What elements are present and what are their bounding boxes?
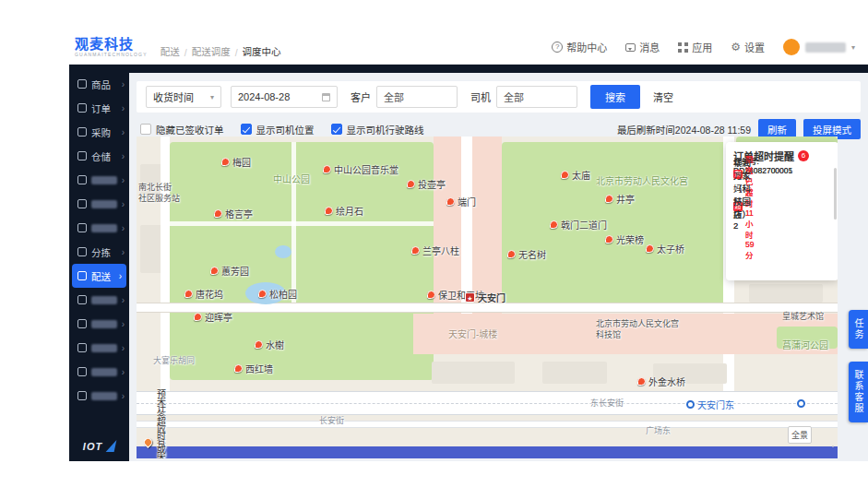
map-poi-area: 天安门-城楼: [448, 327, 497, 340]
map-label-text: 兰亭八柱: [422, 244, 459, 257]
menu-icon: [77, 247, 87, 256]
map-poi-marker[interactable]: 松柏园: [258, 287, 297, 301]
apps-link[interactable]: 应用: [678, 40, 712, 54]
sidebar-item-12-redacted[interactable]: ›: [69, 360, 129, 384]
settings-link[interactable]: ⚙ 设置: [731, 40, 765, 54]
map-poi-marker[interactable]: 格言亭: [214, 207, 253, 220]
map-canvas[interactable]: 梅园中山公园中山公园音乐堂投壶亭南北长街 社区服务站格言亭绘月石端门太庙北京市劳…: [137, 137, 838, 458]
customer-input[interactable]: 全部: [376, 86, 458, 108]
help-center-link[interactable]: ? 帮助中心: [552, 40, 607, 54]
map-poi-marker[interactable]: 迎晖亭: [194, 310, 232, 324]
map-label-text: 唐花坞: [196, 287, 223, 301]
sidebar-item-label: 采购: [91, 125, 111, 139]
calendar-icon: [322, 93, 330, 101]
menu-icon: [77, 223, 87, 232]
sidebar-item-2[interactable]: 采购›: [69, 120, 129, 144]
breadcrumb-item-1[interactable]: 配送调度: [192, 44, 231, 58]
show-driver-route-checkbox[interactable]: 显示司机行驶路线: [331, 123, 424, 137]
map-poi-badge[interactable]: ★天安门: [465, 291, 505, 304]
panorama-button[interactable]: 全景: [788, 426, 812, 444]
chevron-right-icon: ›: [122, 175, 125, 185]
legend-item-2: 预计超时或已超时: [144, 386, 166, 458]
show-driver-position-checkbox[interactable]: 显示司机位置: [241, 123, 315, 137]
map-poi-marker[interactable]: 太庙: [561, 168, 590, 182]
map-poi-metroicon[interactable]: [797, 399, 805, 408]
map-poi-marker[interactable]: 井亭: [605, 192, 635, 206]
map-poi-park: 北京市劳动人民文化宫: [596, 173, 688, 187]
sidebar-item-5-redacted[interactable]: ›: [69, 192, 129, 216]
menu-icon: [77, 175, 87, 184]
driver-input[interactable]: 全部: [496, 86, 577, 108]
brand-logo: 观麦科技 GUANMAITECHNOLOGY: [75, 37, 148, 57]
map-poi-road: 广场东: [646, 424, 671, 436]
poi-pin-icon: [550, 220, 558, 229]
sidebar-item-4-redacted[interactable]: ›: [69, 168, 129, 192]
map-label-text: 北京市劳动人民文化宫: [596, 173, 688, 187]
map-label-text: 东长安街: [590, 397, 624, 409]
menu-icon: [77, 295, 87, 304]
poi-pin-icon: [210, 267, 219, 275]
sidebar-item-13-redacted[interactable]: ›: [69, 384, 129, 408]
sidebar-item-0[interactable]: 商品›: [69, 72, 129, 96]
sidebar-item-6-redacted[interactable]: ›: [69, 216, 129, 240]
overdue-count-badge: 6: [798, 150, 809, 161]
map-poi-marker[interactable]: 绘月石: [325, 204, 363, 218]
map-label-text: 北京市劳动人民文化宫 科技馆: [596, 319, 679, 340]
panel-scrollbar[interactable]: [834, 168, 837, 220]
sidebar-item-9-redacted[interactable]: ›: [69, 288, 129, 312]
map-label-text: 天安门-城楼: [448, 327, 497, 340]
sidebar-item-1[interactable]: 订单›: [69, 96, 129, 120]
map-label-text: 中山公园: [273, 172, 310, 185]
chevron-right-icon: ›: [122, 247, 125, 257]
map-poi-marker[interactable]: 蕙芳园: [210, 264, 249, 278]
map-poi-marker[interactable]: 光荣榜: [605, 232, 644, 246]
chevron-right-icon: ›: [122, 103, 125, 113]
map-poi-marker[interactable]: 兰亭八柱: [411, 244, 459, 257]
clear-button[interactable]: 清空: [653, 89, 673, 104]
map-poi-marker[interactable]: 太子桥: [646, 242, 684, 255]
map-label-text: 南北长街 社区服务站: [138, 183, 180, 204]
hide-signed-checkbox[interactable]: 隐藏已签收订单: [140, 123, 224, 137]
map-label-text: 格言亭: [225, 207, 253, 220]
map-poi-marker[interactable]: 水榭: [255, 338, 284, 351]
sidebar-item-label: [91, 296, 117, 304]
map-poi-marker[interactable]: 外金水桥: [637, 374, 685, 388]
map-label-text: 西红墙: [245, 362, 273, 375]
map-label-text: 绘月石: [336, 204, 363, 218]
avatar: [783, 39, 800, 55]
chevron-right-icon: ›: [122, 391, 125, 401]
user-menu[interactable]: ▾: [783, 39, 855, 55]
customer-value: 全部: [384, 89, 404, 104]
breadcrumb-item-0[interactable]: 配送: [161, 44, 180, 58]
map-label-text: 井亭: [616, 192, 635, 206]
sidebar-item-10-redacted[interactable]: ›: [69, 312, 129, 336]
poi-pin-icon: [325, 207, 333, 215]
map-poi-marker[interactable]: 中山公园音乐堂: [323, 162, 398, 176]
sidebar-item-8[interactable]: 配送›: [72, 264, 126, 288]
map-poi-marker[interactable]: 唐花坞: [184, 287, 223, 301]
map-poi-marker[interactable]: 无名树: [507, 247, 546, 261]
messages-link[interactable]: 消息: [625, 40, 660, 54]
chevron-right-icon: ›: [122, 367, 125, 377]
sidebar-item-label: [91, 344, 117, 352]
search-button[interactable]: 搜索: [590, 85, 640, 109]
map-poi-marker[interactable]: 投壶亭: [407, 177, 446, 191]
map-poi-marker[interactable]: 端门: [446, 195, 476, 208]
side-tab-1[interactable]: 联系客服: [849, 362, 868, 422]
order-customer-name: 华润万家（科技园店）2: [733, 156, 751, 231]
map-label-text: 太庙: [572, 168, 590, 182]
map-poi-marker[interactable]: 西红墙: [234, 362, 273, 375]
map-poi-marker[interactable]: 戟门二道门: [550, 218, 607, 232]
breadcrumb-item-2: 调度中心: [243, 44, 281, 58]
map-label-text: 长安街: [319, 414, 344, 426]
side-tab-0[interactable]: 任务: [849, 310, 868, 349]
poi-pin-icon: [407, 180, 415, 188]
map-label-text: 梅园: [232, 155, 251, 169]
map-poi-metro[interactable]: 天安门东: [686, 398, 734, 411]
sidebar-item-11-redacted[interactable]: ›: [69, 336, 129, 360]
date-input[interactable]: 2024-08-28: [231, 86, 338, 108]
time-type-select[interactable]: 收货时间 ▾: [146, 86, 221, 108]
sidebar-item-3[interactable]: 仓储›: [69, 144, 129, 168]
sidebar-item-7[interactable]: 分拣›: [69, 240, 129, 264]
map-poi-marker[interactable]: 梅园: [221, 155, 251, 169]
